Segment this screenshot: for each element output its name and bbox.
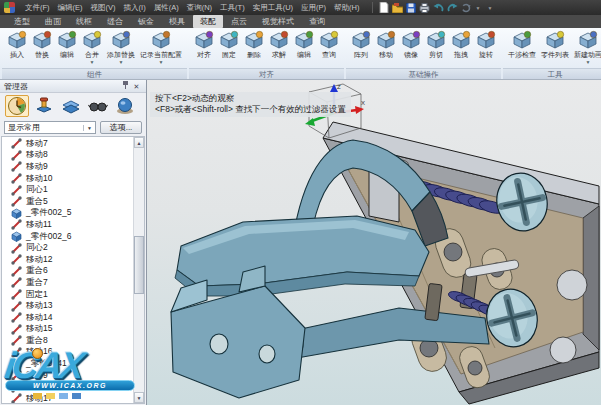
- tree-scrollbar[interactable]: ▲ ▼: [133, 137, 144, 403]
- ribbon-tab-1[interactable]: 曲面: [38, 15, 68, 28]
- tree-item[interactable]: 移动10: [2, 173, 132, 185]
- qat-dropdown-icon[interactable]: ▼: [474, 5, 483, 11]
- tree-item[interactable]: _零件002_6: [2, 231, 132, 243]
- chevron-down-icon[interactable]: ▼: [586, 59, 591, 65]
- print-icon[interactable]: [419, 3, 430, 13]
- chevron-down-icon[interactable]: ▼: [159, 59, 164, 65]
- fix-button[interactable]: 固定: [217, 29, 241, 68]
- tree-item[interactable]: 移动12: [2, 254, 132, 266]
- undo-icon[interactable]: [433, 3, 444, 12]
- manager-tab-layers[interactable]: [59, 95, 83, 117]
- add-replace-icon: [111, 29, 131, 50]
- scrollbar-track[interactable]: [134, 148, 144, 392]
- refresh-icon[interactable]: [461, 3, 471, 13]
- record-config-button[interactable]: 记录当前配置▼: [138, 29, 184, 68]
- menu-item-0[interactable]: 文件(F): [21, 0, 54, 15]
- tree-item[interactable]: _零件0041_1: [2, 358, 132, 370]
- manager-tab-history[interactable]: [5, 95, 29, 117]
- chevron-down-icon[interactable]: ▼: [90, 59, 95, 65]
- tree-item[interactable]: 移动11: [2, 219, 132, 231]
- constraint-icon: [11, 277, 23, 288]
- move-button[interactable]: 移动: [374, 29, 398, 68]
- redo-icon[interactable]: [447, 3, 458, 12]
- manager-tab-assembly[interactable]: [32, 95, 56, 117]
- ribbon-tab-6[interactable]: 装配: [193, 15, 223, 28]
- constraint-icon: [11, 161, 23, 172]
- solve-button[interactable]: 求解: [267, 29, 291, 68]
- manager-tab-view[interactable]: [113, 95, 137, 117]
- ribbon-tab-5[interactable]: 模具: [162, 15, 192, 28]
- tree-item[interactable]: 移动14: [2, 312, 132, 324]
- menu-item-5[interactable]: 查询(N): [183, 0, 216, 15]
- parts-list-button[interactable]: 零件列表: [539, 29, 571, 68]
- new-animation-button[interactable]: 新建动画▼: [572, 29, 601, 68]
- tree-item[interactable]: 移动7: [2, 138, 132, 150]
- tree-item[interactable]: 同心2: [2, 242, 132, 254]
- tree-item[interactable]: 移动8: [2, 150, 132, 162]
- replace-component-button[interactable]: 替换: [30, 29, 54, 68]
- tree-item[interactable]: 重合9: [2, 370, 132, 382]
- drag-button[interactable]: 拖拽: [449, 29, 473, 68]
- ribbon-group-label-3: 工具: [503, 68, 601, 79]
- open-file-icon[interactable]: [392, 3, 403, 13]
- manager-tab-visibility[interactable]: [86, 95, 110, 117]
- menu-item-9[interactable]: 帮助(H): [330, 0, 363, 15]
- pattern-icon: [351, 29, 371, 50]
- menu-item-7[interactable]: 实用工具(U): [249, 0, 297, 15]
- align-button[interactable]: 对齐: [192, 29, 216, 68]
- new-file-icon[interactable]: [379, 2, 389, 13]
- tree-item[interactable]: 平行1: [2, 381, 132, 393]
- chevron-down-icon[interactable]: ▼: [119, 59, 124, 65]
- merge-button[interactable]: 合并▼: [80, 29, 104, 68]
- scroll-down-icon[interactable]: ▼: [134, 392, 144, 403]
- save-icon[interactable]: [406, 3, 416, 13]
- menu-item-2[interactable]: 视图(V): [87, 0, 120, 15]
- query-constraint-button[interactable]: 查询: [317, 29, 341, 68]
- menu-item-1[interactable]: 编辑(E): [54, 0, 87, 15]
- tree-item[interactable]: 重合7: [2, 277, 132, 289]
- tree-item[interactable]: 固定1: [2, 289, 132, 301]
- assembly-tree: 移动7移动8移动9移动10同心1重合5_零件002_5移动11_零件002_6同…: [1, 136, 145, 404]
- display-filter-dropdown[interactable]: 显示常用 ▼: [4, 121, 96, 134]
- tree-item[interactable]: 重合8: [2, 335, 132, 347]
- pattern-button[interactable]: 阵列: [349, 29, 373, 68]
- menu-item-6[interactable]: 工具(T): [216, 0, 249, 15]
- tree-item[interactable]: 移动15: [2, 324, 132, 336]
- ribbon-tab-4[interactable]: 钣金: [131, 15, 161, 28]
- interference-check-button[interactable]: 干涉检查: [506, 29, 538, 68]
- ribbon-tab-0[interactable]: 造型: [7, 15, 37, 28]
- tree-item[interactable]: 移动9: [2, 161, 132, 173]
- ribbon-tab-9[interactable]: 查询: [302, 15, 332, 28]
- menu-item-3[interactable]: 插入(I): [120, 0, 150, 15]
- tree-item[interactable]: 移动17: [2, 393, 132, 404]
- edit-constraint-button[interactable]: 编辑: [292, 29, 316, 68]
- tree-item[interactable]: _零件002_5: [2, 208, 132, 220]
- insert-component-button[interactable]: 插入: [5, 29, 29, 68]
- ribbon-tab-2[interactable]: 线框: [69, 15, 99, 28]
- close-panel-icon[interactable]: ✕: [131, 81, 142, 92]
- model-canvas[interactable]: Z X: [147, 80, 600, 405]
- rotate-button[interactable]: 旋转: [474, 29, 498, 68]
- pin-icon[interactable]: [120, 81, 131, 92]
- scrollbar-thumb[interactable]: [134, 236, 144, 295]
- tree-item[interactable]: 重合6: [2, 266, 132, 278]
- scroll-up-icon[interactable]: ▲: [134, 137, 144, 148]
- tree-item[interactable]: 重合5: [2, 196, 132, 208]
- tree-item[interactable]: 同心1: [2, 184, 132, 196]
- viewport-3d[interactable]: Z X 按下<F2>动态的观察 <F8>或者<Shift-roll> 查找下一个…: [147, 80, 601, 405]
- tree-item[interactable]: 移动13: [2, 300, 132, 312]
- menu-item-4[interactable]: 属性(A): [150, 0, 183, 15]
- cut-button[interactable]: 剪切: [424, 29, 448, 68]
- tree-item[interactable]: 移动16: [2, 347, 132, 359]
- ribbon-tab-7[interactable]: 点云: [224, 15, 254, 28]
- ribbon-tab-8[interactable]: 视觉样式: [255, 15, 301, 28]
- delete-constraint-button[interactable]: 删除: [242, 29, 266, 68]
- constraint-icon: [11, 173, 23, 184]
- ribbon-tab-3[interactable]: 缝合: [100, 15, 130, 28]
- add-replace-button[interactable]: 添加替换▼: [105, 29, 137, 68]
- menu-item-8[interactable]: 应用(P): [297, 0, 330, 15]
- options-button[interactable]: 选项...: [100, 121, 142, 134]
- edit-component-button[interactable]: 编辑: [55, 29, 79, 68]
- qat-overflow-icon[interactable]: ▼: [485, 5, 494, 11]
- mirror-button[interactable]: 镜像: [399, 29, 423, 68]
